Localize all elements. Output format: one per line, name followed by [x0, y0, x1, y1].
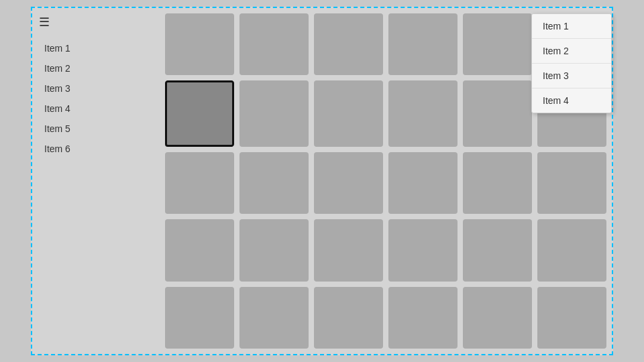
grid-cell-4-1[interactable]: [239, 287, 309, 349]
grid-cell-0-2[interactable]: [314, 13, 383, 75]
dropdown-menu: Item 1 Item 2 Item 3 Item 4: [531, 13, 612, 113]
sidebar-item-6[interactable]: Item 6: [39, 139, 153, 158]
grid-cell-2-2[interactable]: [314, 152, 383, 214]
grid-cell-1-2[interactable]: [314, 80, 383, 146]
grid-cell-3-1[interactable]: [239, 219, 309, 281]
grid-cell-4-3[interactable]: [388, 287, 458, 349]
grid-cell-1-4[interactable]: [463, 80, 532, 146]
dropdown-item-4[interactable]: Item 4: [532, 88, 611, 113]
dropdown-item-2[interactable]: Item 2: [532, 39, 611, 64]
grid-cell-2-4[interactable]: [463, 152, 532, 214]
sidebar-item-2[interactable]: Item 2: [39, 59, 153, 78]
sidebar: ☰ Item 1 Item 2 Item 3 Item 4 Item 5 Ite…: [32, 8, 160, 354]
grid-cell-4-0[interactable]: [165, 287, 234, 349]
grid-cell-1-1[interactable]: [239, 80, 309, 146]
grid-cell-0-1[interactable]: [239, 13, 309, 75]
grid-cell-3-5[interactable]: [537, 219, 606, 281]
grid-cell-2-0[interactable]: [165, 152, 234, 214]
grid-cell-3-3[interactable]: [388, 219, 458, 281]
grid-cell-3-4[interactable]: [463, 219, 532, 281]
sidebar-item-5[interactable]: Item 5: [39, 119, 153, 138]
grid-cell-0-3[interactable]: [388, 13, 458, 75]
dropdown-item-3[interactable]: Item 3: [532, 64, 611, 88]
grid-cell-1-0[interactable]: [165, 80, 234, 146]
grid-cell-3-2[interactable]: [314, 219, 383, 281]
main-container: ☰ Item 1 Item 2 Item 3 Item 4 Item 5 Ite…: [31, 7, 613, 355]
grid-cell-4-4[interactable]: [463, 287, 532, 349]
sidebar-item-1[interactable]: Item 1: [39, 39, 153, 58]
grid-cell-4-2[interactable]: [314, 287, 383, 349]
grid-cell-0-0[interactable]: [165, 13, 234, 75]
dropdown-item-1[interactable]: Item 1: [532, 14, 611, 39]
main-area: Item 1 Item 2 Item 3 Item 4: [160, 8, 612, 354]
grid-cell-4-5[interactable]: [537, 287, 606, 349]
grid-cell-3-0[interactable]: [165, 219, 234, 281]
grid-cell-2-3[interactable]: [388, 152, 458, 214]
sidebar-item-4[interactable]: Item 4: [39, 99, 153, 118]
grid-cell-0-4[interactable]: [463, 13, 532, 75]
grid-cell-1-3[interactable]: [388, 80, 458, 146]
sidebar-item-3[interactable]: Item 3: [39, 79, 153, 98]
hamburger-icon[interactable]: ☰: [39, 13, 153, 31]
grid-cell-2-1[interactable]: [239, 152, 309, 214]
grid-cell-2-5[interactable]: [537, 152, 606, 214]
